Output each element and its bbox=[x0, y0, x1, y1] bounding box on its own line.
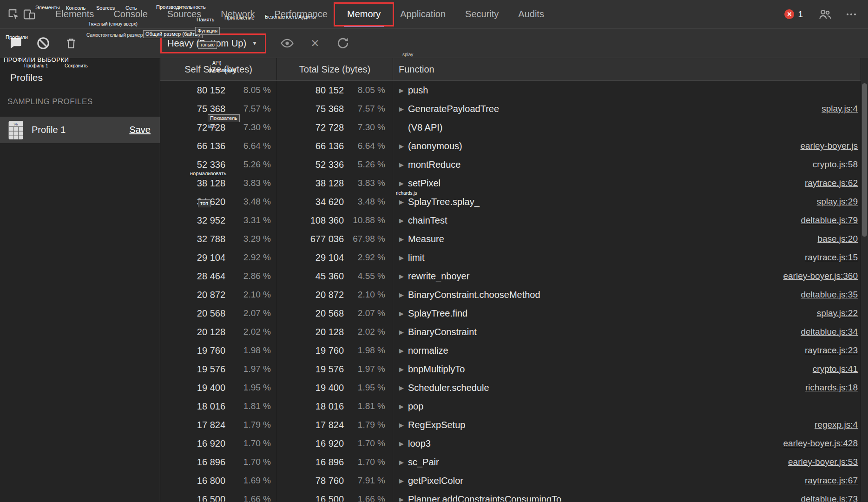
tab-network[interactable]: Network bbox=[211, 0, 264, 29]
disclosure-triangle-icon[interactable]: ▶ bbox=[397, 180, 406, 187]
source-link[interactable]: deltablue.js:35 bbox=[791, 290, 858, 300]
clear-profiles-icon[interactable] bbox=[35, 35, 51, 51]
source-link[interactable]: regexp.js:4 bbox=[805, 420, 858, 430]
disclosure-triangle-icon[interactable]: ▶ bbox=[397, 143, 406, 150]
table-row[interactable]: 19 760 1.98 % 19 760 1.98 % ▶ normalize … bbox=[160, 341, 861, 360]
close-icon[interactable]: ✕ bbox=[308, 36, 322, 50]
tab-security[interactable]: Security bbox=[455, 0, 508, 29]
table-row[interactable]: 34 620 3.48 % 34 620 3.48 % ▶ SplayTree.… bbox=[160, 192, 861, 211]
more-menu-icon[interactable] bbox=[847, 13, 856, 15]
table-row[interactable]: 38 128 3.83 % 38 128 3.83 % ▶ setPixel r… bbox=[160, 174, 861, 192]
source-link[interactable]: crypto.js:58 bbox=[803, 159, 858, 170]
disclosure-triangle-icon[interactable]: ▶ bbox=[397, 347, 406, 354]
source-link[interactable]: splay.js:22 bbox=[808, 308, 858, 318]
people-icon[interactable] bbox=[817, 7, 833, 22]
source-link[interactable]: splay.js:4 bbox=[812, 104, 858, 114]
table-row[interactable]: 20 128 2.02 % 20 128 2.02 % ▶ BinaryCons… bbox=[160, 323, 861, 341]
tab-elements[interactable]: Elements bbox=[46, 0, 104, 29]
source-link[interactable]: earley-boyer.js:428 bbox=[774, 438, 858, 449]
source-link[interactable]: deltablue.js:79 bbox=[791, 215, 858, 225]
inspect-element-icon[interactable] bbox=[6, 7, 21, 22]
disclosure-triangle-icon[interactable]: ▶ bbox=[397, 291, 406, 298]
source-link[interactable]: raytrace.js:15 bbox=[796, 252, 858, 263]
tab-console[interactable]: Console bbox=[104, 0, 157, 29]
disclosure-triangle-icon[interactable]: ▶ bbox=[397, 496, 406, 502]
disclosure-triangle-icon[interactable]: ▶ bbox=[397, 422, 406, 429]
disclosure-triangle-icon[interactable]: ▶ bbox=[397, 273, 406, 280]
scrollbar-thumb[interactable] bbox=[862, 83, 867, 237]
source-link[interactable]: raytrace.js:62 bbox=[796, 178, 858, 188]
device-toolbar-icon[interactable] bbox=[21, 7, 37, 22]
total-size-percent: 7.57 % bbox=[344, 104, 393, 114]
table-row[interactable]: 20 568 2.07 % 20 568 2.07 % ▶ SplayTree.… bbox=[160, 304, 861, 323]
source-link[interactable]: earley-boyer.js:360 bbox=[774, 271, 858, 281]
disclosure-triangle-icon[interactable]: ▶ bbox=[397, 217, 406, 224]
column-header-function[interactable]: Function bbox=[393, 58, 861, 80]
profiles-bubble-icon[interactable] bbox=[7, 35, 23, 51]
function-cell: ▶ bnpMultiplyTo crypto.js:41 bbox=[393, 360, 861, 378]
tab-audits[interactable]: Audits bbox=[508, 0, 554, 29]
table-row[interactable]: 16 500 1.66 % 16 500 1.66 % ▶ Planner.ad… bbox=[160, 490, 861, 502]
disclosure-triangle-icon[interactable]: ▶ bbox=[397, 329, 406, 336]
table-row[interactable]: 29 104 2.92 % 29 104 2.92 % ▶ limit rayt… bbox=[160, 248, 861, 267]
table-row[interactable]: 19 400 1.95 % 19 400 1.95 % ▶ Scheduler.… bbox=[160, 378, 861, 397]
table-row[interactable]: 32 952 3.31 % 108 360 10.88 % ▶ chainTes… bbox=[160, 211, 861, 230]
source-link[interactable]: deltablue.js:34 bbox=[791, 327, 858, 337]
profile-item[interactable]: % Profile 1 Save bbox=[0, 117, 160, 143]
disclosure-triangle-icon[interactable]: ▶ bbox=[397, 198, 406, 205]
total-size-percent: 1.79 % bbox=[344, 420, 393, 430]
source-link[interactable]: raytrace.js:23 bbox=[796, 345, 858, 356]
source-link[interactable]: raytrace.js:67 bbox=[796, 476, 858, 486]
disclosure-triangle-icon[interactable]: ▶ bbox=[397, 106, 406, 112]
disclosure-triangle-icon[interactable]: ▶ bbox=[397, 384, 406, 391]
source-link[interactable]: crypto.js:41 bbox=[803, 364, 858, 374]
source-link[interactable]: earley-boyer.js bbox=[791, 141, 858, 151]
source-link[interactable]: deltablue.js:73 bbox=[791, 494, 858, 502]
column-header-self-size[interactable]: Self Size (bytes) bbox=[160, 58, 276, 80]
eye-icon[interactable] bbox=[280, 36, 294, 50]
tab-application[interactable]: Application bbox=[390, 0, 455, 29]
table-row[interactable]: 32 788 3.29 % 677 036 67.98 % ▶ Measure … bbox=[160, 230, 861, 248]
disclosure-triangle-icon[interactable]: ▶ bbox=[397, 366, 406, 373]
tab-performance[interactable]: Performance bbox=[265, 0, 338, 29]
source-link[interactable]: earley-boyer.js:53 bbox=[779, 457, 858, 467]
source-link[interactable]: base.js:20 bbox=[808, 234, 858, 244]
table-row[interactable]: 20 872 2.10 % 20 872 2.10 % ▶ BinaryCons… bbox=[160, 285, 861, 304]
self-size-percent: 2.86 % bbox=[225, 271, 276, 281]
disclosure-triangle-icon[interactable]: ▶ bbox=[397, 161, 406, 168]
function-cell: ▶ pop bbox=[393, 397, 861, 416]
disclosure-triangle-icon[interactable]: ▶ bbox=[397, 440, 406, 447]
disclosure-triangle-icon[interactable]: ▶ bbox=[397, 403, 406, 410]
table-row[interactable]: 52 336 5.26 % 52 336 5.26 % ▶ montReduce… bbox=[160, 155, 861, 174]
table-row[interactable]: 80 152 8.05 % 80 152 8.05 % ▶ push bbox=[160, 81, 861, 99]
source-link[interactable]: richards.js:18 bbox=[796, 383, 858, 393]
table-row[interactable]: 16 920 1.70 % 16 920 1.70 % ▶ loop3 earl… bbox=[160, 434, 861, 453]
disclosure-triangle-icon[interactable]: ▶ bbox=[397, 87, 406, 94]
table-row[interactable]: 72 728 7.30 % 72 728 7.30 % ▶ (V8 API) bbox=[160, 118, 861, 137]
table-row[interactable]: 66 136 6.64 % 66 136 6.64 % ▶ (anonymous… bbox=[160, 137, 861, 155]
trash-icon[interactable] bbox=[63, 35, 79, 51]
disclosure-triangle-icon[interactable]: ▶ bbox=[397, 310, 406, 317]
self-size-cell: 19 760 1.98 % bbox=[160, 341, 276, 360]
table-row[interactable]: 16 896 1.70 % 16 896 1.70 % ▶ sc_Pair ea… bbox=[160, 453, 861, 471]
vertical-scrollbar[interactable] bbox=[861, 58, 868, 502]
table-row[interactable]: 28 464 2.86 % 45 360 4.55 % ▶ rewrite_nb… bbox=[160, 267, 861, 285]
disclosure-triangle-icon[interactable]: ▶ bbox=[397, 477, 406, 484]
source-link[interactable]: splay.js:29 bbox=[808, 197, 858, 207]
disclosure-triangle-icon[interactable]: ▶ bbox=[397, 459, 406, 466]
table-row[interactable]: 75 368 7.57 % 75 368 7.57 % ▶ GeneratePa… bbox=[160, 99, 861, 118]
disclosure-triangle-icon[interactable]: ▶ bbox=[397, 236, 406, 243]
function-cell: ▶ rewrite_nboyer earley-boyer.js:360 bbox=[393, 267, 861, 285]
table-row[interactable]: 18 016 1.81 % 18 016 1.81 % ▶ pop bbox=[160, 397, 861, 416]
refresh-icon[interactable] bbox=[336, 36, 350, 50]
error-badge[interactable]: ✕ 1 bbox=[784, 9, 803, 20]
tab-sources[interactable]: Sources bbox=[158, 0, 211, 29]
tab-memory[interactable]: Memory bbox=[337, 0, 390, 29]
save-link[interactable]: Save bbox=[129, 125, 151, 135]
table-row[interactable]: 16 800 1.69 % 78 760 7.91 % ▶ getPixelCo… bbox=[160, 471, 861, 490]
table-row[interactable]: 17 824 1.79 % 17 824 1.79 % ▶ RegExpSetu… bbox=[160, 416, 861, 434]
profile-view-select[interactable]: Heavy (Bottom Up) ▼ bbox=[167, 38, 257, 49]
disclosure-triangle-icon[interactable]: ▶ bbox=[397, 254, 406, 261]
table-row[interactable]: 19 576 1.97 % 19 576 1.97 % ▶ bnpMultipl… bbox=[160, 360, 861, 378]
column-header-total-size[interactable]: Total Size (bytes) bbox=[276, 58, 393, 80]
